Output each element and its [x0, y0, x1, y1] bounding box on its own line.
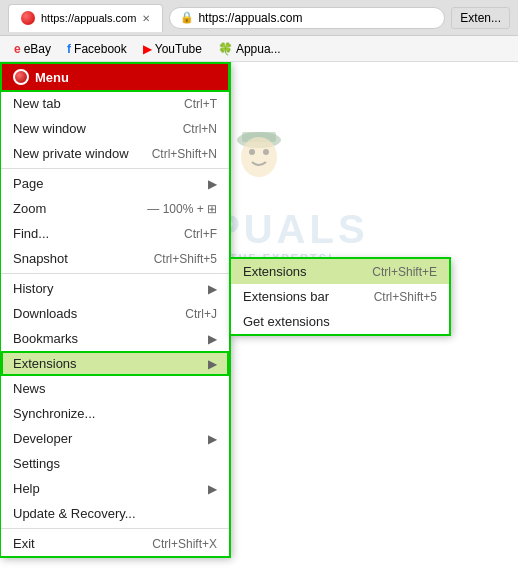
- youtube-label: YouTube: [155, 42, 202, 56]
- address-bar[interactable]: 🔒 https://appuals.com: [169, 7, 445, 29]
- bookmark-facebook[interactable]: f Facebook: [61, 40, 133, 58]
- new-window-label: New window: [13, 121, 183, 136]
- submenu-extensions-bar-label: Extensions bar: [243, 289, 329, 304]
- svg-point-3: [249, 149, 255, 155]
- extensions-submenu: Extensions Ctrl+Shift+E Extensions bar C…: [230, 258, 450, 335]
- divider-2: [1, 273, 229, 274]
- new-tab-shortcut: Ctrl+T: [184, 97, 217, 111]
- menu-item-downloads[interactable]: Downloads Ctrl+J: [1, 301, 229, 326]
- bookmark-bar: e eBay f Facebook ▶ YouTube 🍀 Appua...: [0, 36, 518, 62]
- menu-item-zoom[interactable]: Zoom — 100% + ⊞: [1, 196, 229, 221]
- find-label: Find...: [13, 226, 184, 241]
- exit-shortcut: Ctrl+Shift+X: [152, 537, 217, 551]
- page-content: APPUALS FROM THE EXPERTS! Menu New tab C…: [0, 62, 518, 575]
- menu-item-settings[interactable]: Settings: [1, 451, 229, 476]
- browser-chrome: https://appuals.com ✕ 🔒 https://appuals.…: [0, 0, 518, 36]
- tab-url-label: https://appuals.com: [41, 12, 136, 24]
- bookmark-ebay[interactable]: e eBay: [8, 40, 57, 58]
- extensions-arrow-icon: ▶: [208, 357, 217, 371]
- menu-overlay: Menu New tab Ctrl+T New window Ctrl+N Ne…: [0, 62, 230, 557]
- extensions-button[interactable]: Exten...: [451, 7, 510, 29]
- snapshot-label: Snapshot: [13, 251, 154, 266]
- menu-title: Menu: [35, 70, 69, 85]
- history-label: History: [13, 281, 204, 296]
- ebay-icon: e: [14, 42, 21, 56]
- news-label: News: [13, 381, 217, 396]
- browser-tab[interactable]: https://appuals.com ✕: [8, 4, 163, 32]
- appuals-bm-label: Appua...: [236, 42, 281, 56]
- appuals-mascot-icon: [224, 122, 294, 202]
- synchronize-label: Synchronize...: [13, 406, 217, 421]
- address-text: https://appuals.com: [198, 11, 302, 25]
- find-shortcut: Ctrl+F: [184, 227, 217, 241]
- submenu-extensions-label: Extensions: [243, 264, 307, 279]
- menu-header: Menu: [1, 63, 229, 91]
- zoom-controls: — 100% + ⊞: [147, 202, 217, 216]
- menu-item-developer[interactable]: Developer ▶: [1, 426, 229, 451]
- menu-item-bookmarks[interactable]: Bookmarks ▶: [1, 326, 229, 351]
- menu-item-synchronize[interactable]: Synchronize...: [1, 401, 229, 426]
- address-lock-icon: 🔒: [180, 11, 194, 24]
- new-private-shortcut: Ctrl+Shift+N: [152, 147, 217, 161]
- tab-favicon-icon: [21, 11, 35, 25]
- facebook-icon: f: [67, 42, 71, 56]
- submenu-item-extensions[interactable]: Extensions Ctrl+Shift+E: [231, 259, 449, 284]
- snapshot-shortcut: Ctrl+Shift+5: [154, 252, 217, 266]
- exit-label: Exit: [13, 536, 152, 551]
- extensions-label: Extensions: [13, 356, 204, 371]
- help-arrow-icon: ▶: [208, 482, 217, 496]
- menu-item-find[interactable]: Find... Ctrl+F: [1, 221, 229, 246]
- submenu-item-get-extensions[interactable]: Get extensions: [231, 309, 449, 334]
- menu-item-extensions[interactable]: Extensions ▶: [1, 351, 229, 376]
- page-label: Page: [13, 176, 204, 191]
- ebay-label: eBay: [24, 42, 51, 56]
- submenu-extensions-shortcut: Ctrl+Shift+E: [372, 265, 437, 279]
- developer-label: Developer: [13, 431, 204, 446]
- tab-close-icon[interactable]: ✕: [142, 13, 150, 24]
- main-menu: Menu New tab Ctrl+T New window Ctrl+N Ne…: [0, 62, 230, 557]
- facebook-label: Facebook: [74, 42, 127, 56]
- appuals-favicon-icon: 🍀: [218, 42, 233, 56]
- menu-item-news[interactable]: News: [1, 376, 229, 401]
- youtube-icon: ▶: [143, 42, 152, 56]
- bookmarks-label: Bookmarks: [13, 331, 204, 346]
- bookmark-appuals[interactable]: 🍀 Appua...: [212, 40, 287, 58]
- menu-item-help[interactable]: Help ▶: [1, 476, 229, 501]
- menu-item-update[interactable]: Update & Recovery...: [1, 501, 229, 526]
- developer-arrow-icon: ▶: [208, 432, 217, 446]
- downloads-label: Downloads: [13, 306, 185, 321]
- opera-logo-icon: [13, 69, 29, 85]
- menu-item-history[interactable]: History ▶: [1, 276, 229, 301]
- help-label: Help: [13, 481, 204, 496]
- menu-item-new-window[interactable]: New window Ctrl+N: [1, 116, 229, 141]
- page-arrow-icon: ▶: [208, 177, 217, 191]
- history-arrow-icon: ▶: [208, 282, 217, 296]
- menu-item-exit[interactable]: Exit Ctrl+Shift+X: [1, 531, 229, 556]
- menu-item-new-tab[interactable]: New tab Ctrl+T: [1, 91, 229, 116]
- bookmarks-arrow-icon: ▶: [208, 332, 217, 346]
- divider-1: [1, 168, 229, 169]
- bookmark-youtube[interactable]: ▶ YouTube: [137, 40, 208, 58]
- submenu-item-extensions-bar[interactable]: Extensions bar Ctrl+Shift+5: [231, 284, 449, 309]
- submenu-extensions-bar-shortcut: Ctrl+Shift+5: [374, 290, 437, 304]
- new-tab-label: New tab: [13, 96, 184, 111]
- svg-point-2: [241, 137, 277, 177]
- zoom-label: Zoom: [13, 201, 147, 216]
- svg-point-4: [263, 149, 269, 155]
- update-label: Update & Recovery...: [13, 506, 217, 521]
- divider-3: [1, 528, 229, 529]
- new-private-label: New private window: [13, 146, 152, 161]
- new-window-shortcut: Ctrl+N: [183, 122, 217, 136]
- settings-label: Settings: [13, 456, 217, 471]
- menu-item-snapshot[interactable]: Snapshot Ctrl+Shift+5: [1, 246, 229, 271]
- downloads-shortcut: Ctrl+J: [185, 307, 217, 321]
- menu-item-new-private[interactable]: New private window Ctrl+Shift+N: [1, 141, 229, 166]
- submenu-get-extensions-label: Get extensions: [243, 314, 330, 329]
- menu-item-page[interactable]: Page ▶: [1, 171, 229, 196]
